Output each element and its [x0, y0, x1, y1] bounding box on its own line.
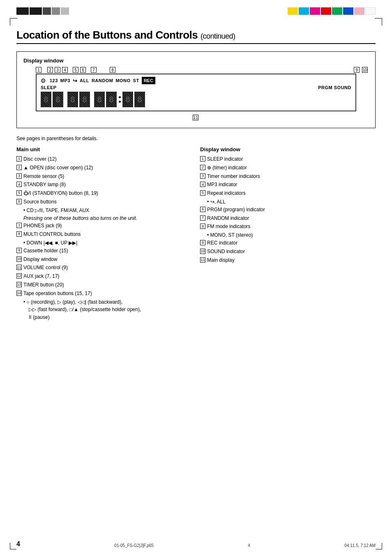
num-10: 10: [362, 67, 368, 73]
num-1: 1: [36, 67, 42, 73]
bar-pink: [354, 7, 364, 15]
list-item-6: 6 Source buttons: [16, 198, 192, 205]
display-diagram-label: Display window: [23, 58, 369, 64]
dw-item-1: 1 SLEEP indicator: [200, 156, 376, 163]
display-window-list: Display window 1 SLEEP indicator 2 ⊕ (ti…: [200, 146, 376, 322]
diagram-numbers-top: 1 2 3 4 5 6 7 8 9 10: [23, 67, 369, 74]
list-item-14-sub1: • ○ (recording), ▷ (play), ◁◁| (fast bac…: [23, 299, 192, 306]
num-4: 4: [62, 67, 68, 73]
reg-mark-tr: [375, 18, 382, 25]
list-item-4: 4 STANDBY lamp (8): [16, 181, 192, 188]
num-2: 2: [47, 67, 53, 73]
lcd-top-row: ⊙ 123 MP3 ↪ ALL RANDOM MONO ST REC: [41, 77, 351, 84]
seg-2: 8: [53, 92, 63, 107]
reg-mark-tl: [10, 18, 17, 25]
dw-item-7: 7 RANDOM indicator: [200, 215, 376, 222]
num-6: 6: [80, 67, 86, 73]
footer-page-center: 4: [248, 543, 250, 548]
display-diagram: Display window 1 2 3 4 5 6 7 8 9 10: [16, 51, 376, 128]
title-main: Location of the Buttons and Controls: [16, 29, 198, 41]
bar-black-2: [30, 7, 42, 15]
num-9: 9: [354, 67, 360, 73]
seg-8: 8: [134, 92, 145, 107]
lcd-st: ST: [133, 78, 139, 83]
dw-item-8-sub: • MONO, ST (stereo): [207, 232, 376, 239]
list-item-2: 2 ▲ OPEN (disc cover open) (12): [16, 164, 192, 171]
bar-cyan: [299, 7, 309, 15]
main-content: Location of the Buttons and Controls (co…: [16, 29, 376, 322]
bar-red: [321, 7, 331, 15]
dw-item-9: 9 REC indicator: [200, 240, 376, 247]
list-item-1: 1 Disc cover (12): [16, 156, 192, 163]
lcd-digits: 8 8 8 8 8 8 8 8: [41, 92, 351, 107]
header-bars-left: [16, 7, 69, 15]
page-title: Location of the Buttons and Controls (co…: [16, 29, 376, 42]
lcd-display: ⊙ 123 MP3 ↪ ALL RANDOM MONO ST REC SLEEP…: [36, 74, 356, 111]
bar-white: [365, 7, 376, 15]
list-item-6-sub2: Pressing one of these buttons also turns…: [23, 215, 192, 222]
lcd-random: RANDOM: [92, 78, 113, 83]
dw-item-8: 8 FM mode indicators: [200, 223, 376, 230]
list-item-11: 11 VOLUME control (9): [16, 264, 192, 271]
dw-item-11: 11 Main display: [200, 257, 376, 264]
list-item-14-sub2: ▷▷ (fast forward), □/▲ (stop/cassette ho…: [29, 306, 192, 313]
main-unit-heading: Main unit: [16, 146, 192, 152]
dw-item-2: 2 ⊕ (timer) indicator: [200, 164, 376, 171]
lcd-arrow: ↪: [73, 78, 77, 84]
list-item-14-sub3: II (pause): [29, 314, 192, 321]
bar-blue: [343, 7, 353, 15]
dw-item-5-sub: • ↪, ALL: [207, 198, 376, 205]
bar-magenta: [310, 7, 320, 15]
num-11: 11: [193, 115, 198, 120]
list-item-14: 14 Tape operation buttons (15, 17): [16, 290, 192, 297]
num-3: 3: [55, 67, 60, 73]
footer-date-info: 04.11.5, 7:12 AM: [344, 543, 376, 548]
see-pages: See pages in parentheses for details.: [16, 136, 376, 141]
num-5: 5: [73, 67, 78, 73]
seg-4: 8: [79, 92, 90, 107]
dw-item-5: 5 Repeat indicators: [200, 190, 376, 197]
title-continued: (continued): [201, 32, 235, 40]
lists-section: Main unit 1 Disc cover (12) 2 ▲ OPEN (di…: [16, 146, 376, 322]
lcd-rec: REC: [142, 77, 155, 84]
list-item-5: 5 ⏻/I (STANDBY/ON) button (8, 19): [16, 190, 192, 197]
lcd-prgm-sound: PRGM SOUND: [318, 85, 351, 90]
list-item-8: 8 MULTI CONTROL buttons: [16, 231, 192, 238]
num-7: 7: [91, 67, 97, 73]
reg-mark-br: [376, 543, 382, 549]
bar-black-1: [16, 7, 29, 15]
seg-5: 8: [94, 92, 105, 107]
dw-item-3: 3 Timer number indicators: [200, 173, 376, 180]
page-footer: 4 01-05_FS-G2[J]F.p65 4 04.11.5, 7:12 AM: [16, 540, 376, 548]
lcd-second-row: SLEEP PRGM SOUND: [41, 85, 351, 90]
dw-item-6: 6 PRGM (program) indicator: [200, 206, 376, 213]
diagram-bottom-num: 11: [23, 115, 369, 120]
list-item-10: 10 Display window: [16, 256, 192, 263]
header-bars-right: [288, 7, 376, 15]
list-item-3: 3 Remote sensor (5): [16, 173, 192, 180]
list-item-6-sub1: • CD ▷/II, TAPE, FM/AM, AUX: [23, 207, 192, 214]
timer-symbol: ⊙: [41, 77, 46, 84]
header-color-bars: [0, 7, 392, 15]
main-unit-list: Main unit 1 Disc cover (12) 2 ▲ OPEN (di…: [16, 146, 192, 322]
bar-light: [61, 7, 69, 15]
footer-file-info: 01-05_FS-G2[J]F.p65: [114, 543, 154, 548]
lcd-123: 123: [50, 78, 58, 83]
list-item-8-sub1: • DOWN |◀◀, ■, UP ▶▶|: [23, 240, 192, 247]
bar-green: [332, 7, 342, 15]
seg-6: 8: [106, 92, 117, 107]
num-8: 8: [110, 67, 115, 73]
lcd-all: ALL: [80, 78, 89, 83]
list-item-9: 9 Cassette holder (15): [16, 247, 192, 254]
list-item-13: 13 TIMER button (20): [16, 281, 192, 288]
lcd-mono: MONO: [115, 78, 130, 83]
dw-item-10: 10 SOUND indicator: [200, 248, 376, 255]
lcd-sleep: SLEEP: [41, 85, 57, 90]
list-item-12: 12 AUX jack (7, 17): [16, 273, 192, 280]
colon: [118, 92, 121, 107]
title-rule: [16, 43, 376, 44]
reg-mark-bl: [10, 543, 16, 549]
dw-item-4: 4 MP3 indicator: [200, 181, 376, 188]
display-window-heading: Display window: [200, 146, 376, 152]
bar-yellow: [288, 7, 298, 15]
